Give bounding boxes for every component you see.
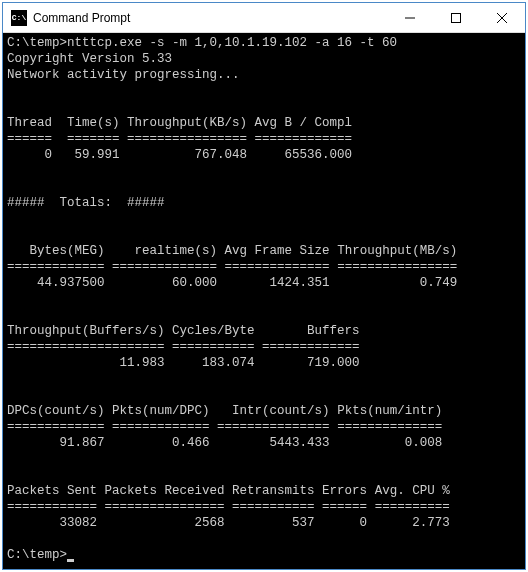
prompt-path: C:\temp> <box>7 36 67 50</box>
t2-s1: ============= <box>7 260 105 274</box>
t1-s3: ================ <box>127 132 247 146</box>
t4-h3: Intr(count/s) <box>217 404 330 418</box>
minimize-button[interactable] <box>387 3 433 32</box>
t1-c4: 65536.000 <box>255 148 353 162</box>
window-title: Command Prompt <box>33 11 387 25</box>
t4-h2: Pkts(num/DPC) <box>112 404 210 418</box>
t4-h4: Pkts(num/intr) <box>337 404 442 418</box>
t3-h3: Buffers <box>262 324 360 338</box>
t5-h4: Errors <box>322 484 367 498</box>
t3-s2: =========== <box>172 340 255 354</box>
prompt-end: C:\temp> <box>7 548 67 562</box>
t3-h2: Cycles/Byte <box>172 324 255 338</box>
t5-s2: ================ <box>105 500 225 514</box>
command-prompt-window: C:\ Command Prompt C:\temp>ntttcp.exe -s… <box>2 2 526 570</box>
t1-c2: 59.991 <box>67 148 120 162</box>
t2-c2: 60.000 <box>112 276 217 290</box>
t4-c4: 0.008 <box>337 436 442 450</box>
t2-s2: ============== <box>112 260 217 274</box>
t1-c3: 767.048 <box>127 148 247 162</box>
t2-h4: Throughput(MB/s) <box>337 244 457 258</box>
t2-h1: Bytes(MEG) <box>7 244 105 258</box>
t1-c1: 0 <box>7 148 52 162</box>
t4-c3: 5443.433 <box>217 436 330 450</box>
cursor <box>67 559 74 562</box>
t4-h1: DPCs(count/s) <box>7 404 105 418</box>
t1-h2: Time(s) <box>67 116 120 130</box>
t1-s1: ====== <box>7 132 52 146</box>
t3-s3: ============= <box>262 340 360 354</box>
t4-s4: ============== <box>337 420 442 434</box>
totals-header: ##### Totals: ##### <box>7 196 165 210</box>
close-icon <box>497 13 507 23</box>
t2-c4: 0.749 <box>337 276 457 290</box>
t2-s4: ================ <box>337 260 457 274</box>
t3-h1: Throughput(Buffers/s) <box>7 324 165 338</box>
t5-c1: 33082 <box>7 516 97 530</box>
t1-h4: Avg B / Compl <box>255 116 353 130</box>
t5-s4: ====== <box>322 500 367 514</box>
t4-s2: ============= <box>112 420 210 434</box>
command-text: ntttcp.exe -s -m 1,0,10.1.19.102 -a 16 -… <box>67 36 397 50</box>
t2-h2: realtime(s) <box>112 244 217 258</box>
close-button[interactable] <box>479 3 525 32</box>
t5-h5: Avg. CPU % <box>375 484 450 498</box>
maximize-button[interactable] <box>433 3 479 32</box>
t5-c5: 2.773 <box>375 516 450 530</box>
t5-c4: 0 <box>322 516 367 530</box>
t5-s3: =========== <box>232 500 315 514</box>
t1-s4: ============= <box>255 132 353 146</box>
t4-s3: =============== <box>217 420 330 434</box>
t2-h3: Avg Frame Size <box>225 244 330 258</box>
t2-c1: 44.937500 <box>7 276 105 290</box>
maximize-icon <box>451 13 461 23</box>
t2-s3: ============== <box>225 260 330 274</box>
t1-h1: Thread <box>7 116 52 130</box>
copyright-line: Copyright Version 5.33 <box>7 52 172 66</box>
t5-c3: 537 <box>232 516 315 530</box>
t4-c2: 0.466 <box>112 436 210 450</box>
t3-s1: ===================== <box>7 340 165 354</box>
t1-h3: Throughput(KB/s) <box>127 116 247 130</box>
t5-h1: Packets Sent <box>7 484 97 498</box>
t3-c2: 183.074 <box>172 356 255 370</box>
t5-h2: Packets Received <box>105 484 225 498</box>
t4-c1: 91.867 <box>7 436 105 450</box>
cmd-icon-label: C:\ <box>12 13 26 22</box>
t3-c3: 719.000 <box>262 356 360 370</box>
t1-s2: ======= <box>67 132 120 146</box>
t5-h3: Retransmits <box>232 484 315 498</box>
t4-s1: ============= <box>7 420 105 434</box>
titlebar[interactable]: C:\ Command Prompt <box>3 3 525 33</box>
window-controls <box>387 3 525 32</box>
cmd-icon: C:\ <box>11 10 27 26</box>
activity-line: Network activity progressing... <box>7 68 240 82</box>
minimize-icon <box>405 13 415 23</box>
t5-s1: ============ <box>7 500 97 514</box>
t5-s5: ========== <box>375 500 450 514</box>
svg-rect-0 <box>452 13 461 22</box>
t5-c2: 2568 <box>105 516 225 530</box>
t2-c3: 1424.351 <box>225 276 330 290</box>
t3-c1: 11.983 <box>7 356 165 370</box>
terminal-output[interactable]: C:\temp>ntttcp.exe -s -m 1,0,10.1.19.102… <box>3 33 525 569</box>
